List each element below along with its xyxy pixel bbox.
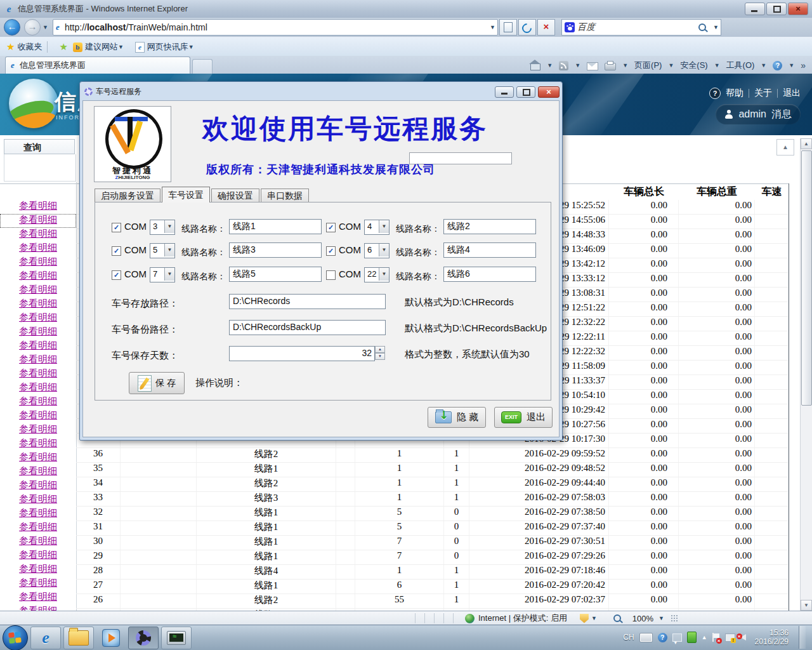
com-checkbox-left[interactable]: ✓ [112, 270, 121, 280]
save-button[interactable]: 保 存 [129, 372, 185, 394]
view-detail-link[interactable]: 参看明细 [0, 214, 76, 228]
tools-menu-dropdown-icon[interactable]: ▼ [761, 62, 766, 69]
view-detail-link[interactable]: 参看明细 [0, 521, 76, 535]
logout-link[interactable]: 退出 [783, 88, 801, 99]
address-dropdown-icon[interactable]: ▼ [490, 24, 495, 30]
about-link[interactable]: 关于 [754, 88, 772, 99]
view-detail-link[interactable]: 参看明细 [0, 493, 76, 507]
taskbar-service-app-button[interactable] [128, 627, 159, 649]
backup-path-input[interactable]: D:\CHRecordsBackUp [229, 320, 386, 335]
taskbar-ie-button[interactable]: e [30, 627, 61, 649]
hide-button[interactable]: ↓ 隐 藏 [428, 407, 486, 428]
page-menu[interactable]: 页面(P) [634, 60, 662, 71]
dropdown-arrow-icon[interactable]: ▼ [164, 220, 174, 233]
view-detail-link[interactable]: 参看明细 [0, 340, 76, 354]
dialog-close-button[interactable]: × [538, 86, 560, 98]
back-button[interactable]: ← [4, 19, 20, 36]
view-detail-link[interactable]: 参看明细 [0, 395, 76, 409]
new-tab-button[interactable] [192, 59, 213, 74]
tab-start-service-settings[interactable]: 启动服务设置 [95, 189, 160, 202]
network-status-icon[interactable] [725, 633, 735, 642]
storage-path-input[interactable]: D:\CHRecords [229, 294, 386, 309]
spinner-up-icon[interactable]: ▲ [375, 346, 385, 353]
help-link[interactable]: 帮助 [726, 88, 743, 99]
home-dropdown-icon[interactable]: ▼ [547, 62, 553, 69]
line-name-input-left[interactable]: 线路5 [229, 267, 322, 282]
search-box[interactable]: 百度 ▼ [561, 19, 721, 36]
keep-days-spinner[interactable]: ▲ ▼ [375, 346, 385, 361]
usb-device-icon[interactable] [687, 632, 697, 643]
rss-dropdown-icon[interactable]: ▼ [575, 62, 580, 69]
page-menu-dropdown-icon[interactable]: ▼ [668, 62, 674, 69]
web-slice-button[interactable]: 网页快讯库 [147, 41, 188, 53]
com-port-select-left[interactable]: 5▼ [150, 243, 175, 258]
com-checkbox-right[interactable]: ✓ [326, 246, 336, 256]
clock[interactable]: 15:36 2016/2/29 [755, 628, 789, 646]
show-hidden-icons[interactable]: ▲ [702, 634, 707, 640]
com-port-select-right[interactable]: 22▼ [364, 267, 390, 282]
view-detail-link[interactable]: 参看明细 [0, 381, 76, 395]
mail-icon[interactable] [587, 62, 598, 70]
view-detail-link[interactable]: 参看明细 [0, 242, 76, 256]
maximize-button[interactable] [766, 3, 787, 15]
taskbar-monitor-button[interactable] [161, 627, 192, 649]
content-scrollbar[interactable]: ▲ ▼ [800, 138, 812, 611]
help-dropdown-icon[interactable]: ▼ [789, 62, 794, 69]
add-favorite-icon[interactable]: ★ [59, 41, 67, 53]
overflow-chevron[interactable]: » [801, 60, 806, 70]
spinner-down-icon[interactable]: ▼ [375, 353, 385, 360]
show-desktop-button[interactable] [799, 626, 806, 649]
address-bar[interactable]: e http://localhost/TrainWeb/main.html ▼ [53, 19, 498, 36]
line-name-input-right[interactable]: 线路2 [443, 219, 536, 234]
scroll-up-icon[interactable]: ▲ [801, 138, 812, 149]
com-checkbox-right[interactable] [326, 270, 336, 280]
view-detail-link[interactable]: 参看明细 [0, 228, 76, 242]
dialog-restore-button[interactable] [516, 86, 535, 98]
ime-toolbar-icon[interactable] [672, 633, 682, 642]
minimize-button[interactable] [745, 3, 765, 15]
view-detail-link[interactable]: 参看明细 [0, 549, 76, 563]
view-detail-link[interactable]: 参看明细 [0, 605, 76, 611]
view-detail-link[interactable]: 参看明细 [0, 577, 76, 591]
safety-menu[interactable]: 安全(S) [680, 60, 707, 71]
suggested-sites-dropdown-icon[interactable]: ▼ [118, 44, 124, 50]
line-name-input-left[interactable]: 线路3 [229, 242, 322, 258]
view-detail-link[interactable]: 参看明细 [0, 465, 76, 479]
refresh-button[interactable] [518, 19, 536, 36]
browser-tab[interactable]: e 信息管理系统界面 [5, 56, 190, 74]
view-detail-link[interactable]: 参看明细 [0, 368, 76, 381]
com-checkbox-right[interactable]: ✓ [326, 223, 336, 232]
zoom-level[interactable]: 100% [632, 614, 653, 623]
taskbar-media-player-button[interactable] [96, 627, 126, 649]
exit-button[interactable]: EXIT 退出 [494, 407, 553, 428]
zoom-dropdown-icon[interactable]: ▼ [658, 615, 664, 621]
stop-button[interactable]: × [537, 19, 555, 36]
rss-feed-icon[interactable] [559, 61, 568, 70]
home-icon[interactable] [530, 63, 540, 70]
start-button[interactable] [3, 625, 28, 650]
dropdown-arrow-icon[interactable]: ▼ [164, 244, 174, 256]
dialog-minimize-button[interactable] [495, 86, 514, 98]
protection-dropdown-icon[interactable]: ▼ [591, 615, 597, 621]
collapse-panel-button[interactable]: ▲ [776, 139, 794, 156]
scrollbar-thumb[interactable] [801, 150, 812, 406]
line-name-input-right[interactable]: 线路6 [443, 267, 536, 282]
view-detail-link[interactable]: 参看明细 [0, 507, 76, 521]
web-slice-dropdown-icon[interactable]: ▼ [188, 44, 194, 50]
com-port-select-left[interactable]: 7▼ [150, 267, 175, 282]
com-checkbox-left[interactable]: ✓ [112, 223, 121, 232]
view-detail-link[interactable]: 参看明细 [0, 354, 76, 368]
close-button[interactable]: × [788, 3, 808, 15]
messages-link[interactable]: 消息 [771, 108, 792, 121]
com-port-select-left[interactable]: 3▼ [150, 220, 175, 235]
com-port-select-right[interactable]: 6▼ [364, 243, 390, 258]
search-dropdown-icon[interactable]: ▼ [713, 24, 719, 30]
favorites-button[interactable]: 收藏夹 [17, 41, 42, 53]
view-detail-link[interactable]: 参看明细 [0, 312, 76, 326]
keyboard-icon[interactable] [639, 633, 653, 642]
volume-muted-icon[interactable] [740, 634, 746, 640]
suggested-sites-button[interactable]: 建议网站 [85, 41, 118, 53]
com-port-select-right[interactable]: 4▼ [364, 220, 390, 235]
help-icon[interactable]: ? [773, 61, 782, 70]
tab-confirm-report-settings[interactable]: 确报设置 [211, 189, 259, 202]
